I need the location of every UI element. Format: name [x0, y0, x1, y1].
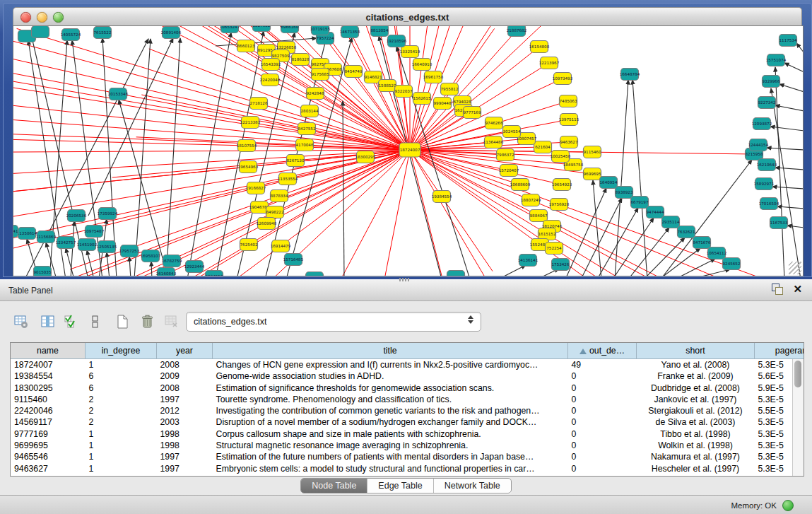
- table-scrollbar-thumb[interactable]: [794, 361, 801, 387]
- table-cell[interactable]: Estimation of significance thresholds fo…: [213, 382, 568, 394]
- table-cell[interactable]: 1: [86, 451, 157, 462]
- table-cell[interactable]: Estimation of the future numbers of pati…: [213, 451, 568, 462]
- table-cell[interactable]: 14569117: [11, 416, 86, 428]
- table-cell[interactable]: Jankovic et al. (1997): [637, 394, 755, 405]
- close-panel-icon[interactable]: ✕: [793, 284, 802, 294]
- network-window-titlebar[interactable]: citations_edges.txt: [13, 7, 802, 26]
- table-panel-header[interactable]: Table Panel ✕: [0, 279, 812, 301]
- table-cell[interactable]: 22420046: [11, 405, 86, 416]
- close-window-button[interactable]: [20, 12, 31, 23]
- node-table-grid[interactable]: namein_degreeyeartitleout_de…shortpagera…: [11, 343, 804, 474]
- tab-network-table[interactable]: Network Table: [433, 479, 511, 493]
- column-header-short[interactable]: short: [637, 343, 755, 359]
- table-row[interactable]: 1872400712008Changes of HCN gene express…: [11, 359, 804, 371]
- table-cell[interactable]: 0: [568, 451, 637, 462]
- table-cell[interactable]: de Silva et al. (2003): [637, 416, 755, 428]
- table-cell[interactable]: 49: [568, 359, 637, 371]
- table-cell[interactable]: 1: [86, 440, 157, 451]
- column-header-name[interactable]: name: [11, 343, 86, 359]
- table-cell[interactable]: 2009: [157, 370, 213, 382]
- float-panel-icon[interactable]: [772, 284, 783, 295]
- table-cell[interactable]: 1: [86, 428, 157, 440]
- table-settings-icon[interactable]: [12, 313, 30, 331]
- select-attributes-icon[interactable]: [62, 313, 81, 331]
- table-cell[interactable]: 2: [86, 405, 157, 416]
- table-cell[interactable]: 1: [86, 359, 157, 371]
- column-header-title[interactable]: title: [213, 343, 568, 359]
- table-row[interactable]: 946554611997Estimation of the future num…: [11, 451, 804, 462]
- table-cell[interactable]: 0: [568, 440, 637, 451]
- table-cell[interactable]: 2008: [157, 359, 213, 371]
- table-scrollbar[interactable]: [792, 359, 804, 476]
- table-cell[interactable]: Embryonic stem cells: a model to study s…: [213, 463, 568, 474]
- table-cell[interactable]: 9699695: [11, 440, 86, 451]
- table-cell[interactable]: 0: [568, 394, 637, 405]
- table-cell[interactable]: 0: [568, 370, 637, 382]
- table-row[interactable]: 911546021997Tourette syndrome. Phenomeno…: [11, 394, 804, 405]
- delete-icon[interactable]: [138, 313, 156, 331]
- table-cell[interactable]: 2: [86, 394, 157, 405]
- table-row[interactable]: 1456911722003Disruption of a novel membe…: [11, 416, 804, 428]
- table-cell[interactable]: 0: [568, 405, 637, 416]
- canvas-resize-grip[interactable]: [789, 262, 801, 274]
- table-row[interactable]: 2242004622012Investigating the contribut…: [11, 405, 804, 416]
- table-cell[interactable]: Tourette syndrome. Phenomenology and cla…: [213, 394, 568, 405]
- table-cell[interactable]: 9777169: [11, 428, 86, 440]
- table-cell[interactable]: Genome-wide association studies in ADHD.: [213, 370, 568, 382]
- table-cell[interactable]: Yano et al. (2008): [637, 359, 755, 371]
- table-cell[interactable]: Disruption of a novel member of a sodium…: [213, 416, 568, 428]
- show-columns-icon[interactable]: [39, 313, 57, 331]
- zoom-window-button[interactable]: [53, 12, 64, 23]
- table-selector-dropdown[interactable]: citations_edges.txt: [186, 312, 481, 332]
- table-cell[interactable]: 0: [568, 416, 637, 428]
- panel-divider-grip[interactable]: [399, 278, 411, 281]
- table-cell[interactable]: Structural magnetic resonance image aver…: [213, 440, 568, 451]
- table-cell[interactable]: 19384554: [11, 370, 86, 382]
- table-cell[interactable]: Dudbridge et al. (2008): [637, 382, 755, 394]
- table-cell[interactable]: 9115460: [11, 394, 86, 405]
- table-cell[interactable]: 9463627: [11, 463, 86, 474]
- network-canvas[interactable]: 8660123891295413226058982750916543392818…: [13, 25, 804, 276]
- table-cell[interactable]: Corpus callosum shape and size in male p…: [213, 428, 568, 440]
- table-cell[interactable]: Franke et al. (2009): [637, 370, 755, 382]
- table-cell[interactable]: 6: [86, 370, 157, 382]
- table-cell[interactable]: Hescheler et al. (1997): [637, 463, 755, 474]
- table-cell[interactable]: 1998: [157, 428, 213, 440]
- minimize-window-button[interactable]: [37, 12, 47, 23]
- table-cell[interactable]: Changes of HCN gene expression and I(f) …: [213, 359, 568, 371]
- tab-edge-table[interactable]: Edge Table: [367, 479, 433, 493]
- table-row[interactable]: 977716911998Corpus callosum shape and si…: [11, 428, 804, 440]
- column-header-in_degree[interactable]: in_degree: [86, 343, 157, 359]
- table-cell[interactable]: 0: [568, 463, 637, 474]
- table-cell[interactable]: 0: [568, 428, 637, 440]
- table-cell[interactable]: 9465546: [11, 451, 86, 462]
- tab-node-table[interactable]: Node Table: [301, 479, 367, 493]
- table-cell[interactable]: Investigating the contribution of common…: [213, 405, 568, 416]
- table-row[interactable]: 1830029562008Estimation of significance …: [11, 382, 804, 394]
- graph-node[interactable]: [447, 271, 465, 276]
- table-cell[interactable]: 1: [86, 463, 157, 474]
- table-cell[interactable]: 2: [86, 416, 157, 428]
- table-cell[interactable]: Wolkin et al. (1998): [637, 440, 755, 451]
- table-row[interactable]: 1938455462009Genome-wide association stu…: [11, 370, 804, 382]
- table-cell[interactable]: 1997: [157, 394, 213, 405]
- table-row[interactable]: 969969511998Structural magnetic resonanc…: [11, 440, 804, 451]
- table-cell[interactable]: 18300295: [11, 382, 86, 394]
- table-cell[interactable]: 1997: [157, 451, 213, 462]
- table-cell[interactable]: 2012: [157, 405, 213, 416]
- table-cell[interactable]: 2008: [157, 382, 213, 394]
- new-column-icon[interactable]: [113, 313, 131, 331]
- graph-node[interactable]: [32, 26, 49, 38]
- table-row[interactable]: 946362711997Embryonic stem cells: a mode…: [11, 463, 804, 474]
- column-header-year[interactable]: year: [157, 343, 213, 359]
- column-header-out_de[interactable]: out_de…: [568, 343, 637, 359]
- table-cell[interactable]: 2003: [157, 416, 213, 428]
- table-cell[interactable]: 1998: [157, 440, 213, 451]
- column-header-pagerank[interactable]: pagerank: [755, 343, 805, 359]
- row-height-icon[interactable]: [86, 313, 105, 331]
- table-cell[interactable]: Nakamura et al. (1997): [637, 451, 755, 462]
- table-cell[interactable]: Stergiakouli et al. (2012): [637, 405, 755, 416]
- table-cell[interactable]: 18724007: [11, 359, 86, 371]
- table-cell[interactable]: 1997: [157, 463, 213, 474]
- table-cell[interactable]: 6: [86, 382, 157, 394]
